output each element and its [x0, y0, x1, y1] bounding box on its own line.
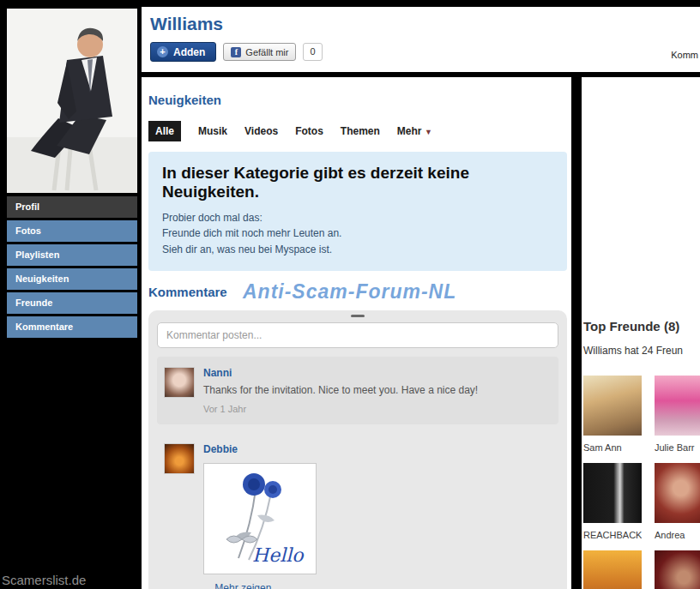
tab-mehr-label: Mehr [397, 125, 422, 137]
friend-name[interactable]: Julie Barr [655, 442, 700, 453]
main-content: Neuigkeiten Alle Musik Videos Fotos Them… [142, 77, 571, 589]
avatar [164, 367, 195, 398]
friend-photo[interactable] [583, 463, 642, 523]
friend-name[interactable]: Sam Ann [583, 442, 642, 453]
sidebar-item-kommentare[interactable]: Kommentare [7, 316, 137, 338]
feed-tabs: Alle Musik Videos Fotos Themen Mehr ▼ [148, 121, 567, 141]
commenter-name[interactable]: Nanni [203, 367, 552, 379]
comment-item: Nanni Thanks for the invitation. Nice to… [157, 357, 558, 424]
comment-item: Debbie Hello [157, 433, 558, 589]
comment-timestamp: Vor 1 Jahr [203, 404, 552, 414]
comments-heading-row: Kommentare Anti-Scam-Forum-NL [148, 285, 567, 304]
panel-drag-handle[interactable] [351, 315, 365, 317]
empty-state-suggestion2[interactable]: Sieh dir an, was neu bei Myspace ist. [162, 242, 553, 258]
facebook-like-button[interactable]: f Gefällt mir [223, 43, 296, 61]
page-title: Williams [142, 7, 700, 34]
friend-photo[interactable] [655, 463, 700, 523]
comment-input[interactable] [157, 322, 558, 348]
sidebar-item-neuigkeiten[interactable]: Neuigkeiten [7, 268, 137, 290]
comment-body: Debbie Hello [203, 443, 552, 589]
friends-row [583, 550, 700, 589]
tab-mehr[interactable]: Mehr ▼ [397, 125, 432, 137]
friend-photo[interactable] [583, 550, 642, 589]
friend-card: Andrea [655, 463, 700, 540]
sidebar-nav: Profil Fotos Playlisten Neuigkeiten Freu… [7, 196, 137, 338]
avatar [164, 443, 195, 474]
show-more-link[interactable]: ... Mehr zeigen [203, 582, 552, 589]
friend-photo[interactable] [655, 376, 700, 436]
friends-row: REACHBACK Andrea [583, 463, 700, 540]
empty-state-suggestion1[interactable]: Freunde dich mit noch mehr Leuten an. [162, 225, 553, 242]
comment-text: Thanks for the invitation. Nice to meet … [203, 383, 552, 398]
kommentare-top-link[interactable]: Komm [671, 50, 698, 60]
empty-state-box: In dieser Kategorie gibt es derzeit kein… [148, 152, 567, 271]
like-count-badge[interactable]: 0 [303, 43, 322, 61]
friend-card: REACHBACK [583, 463, 642, 540]
tab-themen[interactable]: Themen [341, 125, 380, 137]
comment-image-flowers: Hello [203, 463, 317, 574]
news-heading: Neuigkeiten [148, 93, 567, 107]
add-friend-label: Adden [173, 46, 205, 58]
friends-count-text: Williams hat 24 Freun [583, 345, 700, 357]
tab-fotos[interactable]: Fotos [295, 125, 323, 137]
friends-row: Sam Ann Julie Barr [583, 376, 700, 453]
comments-heading: Kommentare [148, 285, 227, 299]
tab-alle[interactable]: Alle [148, 121, 181, 141]
profile-sidebar: Profil Fotos Playlisten Neuigkeiten Freu… [7, 9, 137, 340]
friend-card [655, 550, 700, 589]
friend-photo[interactable] [583, 376, 642, 436]
watermark-anti-scam: Anti-Scam-Forum-NL [243, 280, 456, 304]
profile-photo-illustration [7, 9, 137, 193]
profile-photo [7, 9, 137, 193]
caret-down-icon: ▼ [425, 128, 432, 136]
top-friends-heading: Top Freunde (8) [583, 319, 700, 334]
friends-rail: Top Freunde (8) Williams hat 24 Freun Sa… [582, 77, 700, 589]
flowers-illustration: Hello [204, 464, 316, 574]
facebook-icon: f [231, 47, 241, 57]
friend-card: Sam Ann [583, 376, 642, 453]
profile-header: Williams + Adden f Gefällt mir 0 Komm [142, 7, 700, 72]
sidebar-item-freunde[interactable]: Freunde [7, 292, 137, 314]
commenter-name[interactable]: Debbie [203, 443, 552, 455]
friends-grid: Sam Ann Julie Barr REACHBACK Andrea [583, 376, 700, 589]
sidebar-item-fotos[interactable]: Fotos [7, 220, 137, 242]
facebook-like-label: Gefällt mir [245, 47, 288, 57]
friend-name[interactable]: REACHBACK [583, 530, 642, 540]
friend-card: Julie Barr [655, 376, 700, 453]
friend-name[interactable]: Andrea [655, 530, 700, 540]
watermark-scamerslist: Scamerslist.de [2, 573, 86, 587]
plus-icon: + [157, 46, 168, 57]
friend-photo[interactable] [655, 550, 700, 589]
add-friend-button[interactable]: + Adden [150, 42, 216, 62]
header-buttons: + Adden f Gefällt mir 0 [150, 42, 700, 62]
sidebar-item-profil[interactable]: Profil [7, 196, 137, 218]
flower-card-text: Hello [252, 544, 305, 566]
empty-state-hint: Probier doch mal das: [162, 210, 553, 226]
comments-panel: Nanni Thanks for the invitation. Nice to… [148, 310, 567, 589]
comment-body: Nanni Thanks for the invitation. Nice to… [203, 367, 552, 414]
tab-videos[interactable]: Videos [244, 125, 278, 137]
friend-card [583, 550, 642, 589]
tab-musik[interactable]: Musik [198, 125, 227, 137]
sidebar-item-playlisten[interactable]: Playlisten [7, 244, 137, 266]
empty-state-title: In dieser Kategorie gibt es derzeit kein… [162, 164, 553, 201]
